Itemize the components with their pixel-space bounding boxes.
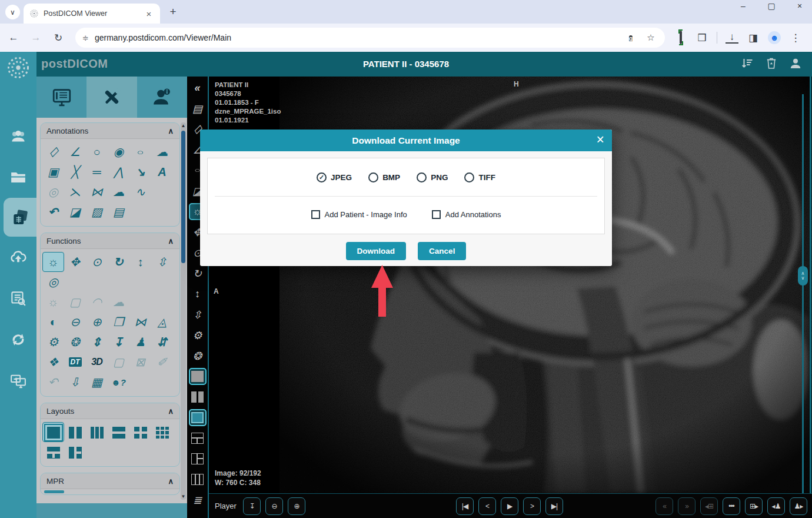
mirror-horizontal-tool[interactable]: ⋈ [129, 312, 151, 332]
closed-freehand-tool[interactable]: ☁ [108, 182, 129, 202]
format-radio[interactable]: TIFF [464, 172, 495, 182]
tab-study[interactable] [36, 77, 86, 118]
option-checkbox[interactable]: Add Annotations [432, 210, 501, 219]
panel-scrollbar[interactable]: ▲ ▼ [181, 122, 186, 500]
address-bar[interactable]: ≑ germany.postdicom.com/Viewer/Main g ☆ [75, 28, 665, 48]
bookmark-star-icon[interactable]: ☆ [644, 32, 658, 43]
account-icon[interactable] [788, 57, 803, 71]
previous-layout-button[interactable]: ◂⊞ [700, 497, 718, 515]
speed-down-button[interactable]: ⊖ [265, 497, 283, 515]
dialog-close-icon[interactable]: × [597, 132, 604, 148]
polyline-tool[interactable]: ⋀ [108, 162, 129, 182]
cross-tool[interactable]: ╳ [64, 162, 86, 182]
option-checkbox[interactable]: Add Patient - Image Info [311, 210, 407, 219]
magnify-tool[interactable]: ⊙ [86, 252, 108, 272]
nav-viewer[interactable] [4, 198, 36, 237]
tab-search-chevron-icon[interactable]: ∨ [5, 5, 20, 19]
strip-stack-scroll[interactable]: ⇳ [189, 306, 207, 323]
branch-angle-tool[interactable]: ⋋ [64, 182, 86, 202]
bone-tool[interactable]: ◠ [86, 292, 108, 312]
save-annotation-tool[interactable]: ▤ [108, 202, 129, 222]
fit-height-tool[interactable]: ⇕ [86, 332, 108, 352]
download-button[interactable]: Download [346, 242, 407, 260]
maximize-button[interactable]: ▢ [764, 1, 779, 11]
point-tool[interactable]: ◎ [42, 182, 64, 202]
next-series-page-button[interactable]: » [678, 497, 695, 515]
minimize-button[interactable]: – [736, 1, 751, 11]
speed-up-button[interactable]: ⊕ [288, 497, 305, 515]
dt-tool[interactable]: DT [64, 352, 86, 372]
pan-tool[interactable]: ✥ [64, 252, 86, 272]
screenshot-icon[interactable] [680, 31, 682, 44]
image-scroll-thumb[interactable]: ∧∨ [798, 266, 808, 285]
nav-share-screen[interactable] [0, 360, 36, 401]
probe-tool[interactable]: ✐ [151, 352, 173, 372]
text-tool[interactable]: A [151, 162, 173, 182]
erase-tool[interactable]: ◪ [64, 202, 86, 222]
site-settings-icon[interactable]: ≑ [82, 34, 89, 42]
strip-series-list[interactable]: ≣ [189, 492, 207, 509]
undo-function-tool[interactable]: ↶ [42, 372, 64, 392]
erase-all-tool[interactable]: ▨ [86, 202, 108, 222]
reload-button[interactable]: ↻ [49, 29, 67, 47]
patient-orientation-tool[interactable]: ♟ [129, 332, 151, 352]
panel-scrollbar-thumb[interactable] [181, 131, 185, 263]
format-radio[interactable]: ✓ JPEG [317, 172, 352, 182]
layout-2col[interactable] [64, 422, 86, 442]
translate-icon[interactable]: g [629, 35, 633, 42]
mpr-partial-item[interactable] [44, 490, 64, 493]
format-radio[interactable]: BMP [368, 172, 400, 182]
export-image-tool[interactable]: ⇩ [64, 372, 86, 392]
layout-3x3[interactable] [151, 422, 173, 442]
flip-page-tool[interactable]: ❐ [108, 312, 129, 332]
arrow-tool[interactable]: ↘ [129, 162, 151, 182]
strip-layout-3col[interactable] [189, 471, 207, 488]
undo-annotation-tool[interactable]: ↶ [42, 202, 64, 222]
previous-patient-button[interactable]: ◂♟ [767, 497, 785, 515]
nav-upload[interactable] [0, 237, 36, 278]
strip-mpr[interactable] [189, 409, 207, 426]
stack-scroll-tool[interactable]: ⇳ [151, 252, 173, 272]
roi-freehand-tool[interactable]: ☁ [108, 292, 129, 312]
extensions-icon[interactable]: ❒ [695, 32, 708, 44]
layout-1-left-2-right[interactable] [64, 442, 86, 462]
strip-reset-rotation[interactable]: ⚙ [189, 327, 207, 344]
nav-patients[interactable] [0, 115, 36, 157]
strip-reset-window-level[interactable]: ❂ [189, 347, 207, 364]
cobb-angle-tool[interactable]: ⋈ [86, 182, 108, 202]
layout-2row[interactable] [108, 422, 129, 442]
image-scroll-track[interactable] [802, 94, 804, 493]
rectangle-tool[interactable]: ▣ [42, 162, 64, 182]
strip-layout-1-2-bottom[interactable] [189, 430, 207, 447]
angle-tool[interactable]: ∠ [64, 142, 86, 162]
strip-layout-1-2-right[interactable] [189, 450, 207, 467]
collapse-functions-icon[interactable]: ∧ [168, 237, 174, 245]
menu-kebab-icon[interactable]: ⋮ [789, 32, 802, 44]
collapse-annotations-icon[interactable]: ∧ [168, 127, 174, 135]
tag-tool[interactable]: ❖ [42, 352, 64, 372]
profile-avatar-icon[interactable]: ☻ [768, 31, 781, 44]
url-text[interactable]: germany.postdicom.com/Viewer/Main [95, 33, 618, 42]
close-button[interactable]: × [792, 1, 807, 11]
more-options-button[interactable]: ••• [723, 497, 740, 515]
rotate-tool[interactable]: ↻ [108, 252, 129, 272]
back-button[interactable]: ← [5, 29, 22, 47]
previous-image-button[interactable]: < [478, 497, 496, 515]
new-tab-button[interactable]: + [166, 5, 180, 19]
previous-series-page-button[interactable]: « [655, 497, 673, 515]
spline-tool[interactable]: ∿ [129, 182, 151, 202]
collapse-panel[interactable]: « [189, 79, 207, 97]
next-patient-button[interactable]: ♟▸ [790, 497, 807, 515]
sort-series-icon[interactable] [740, 57, 754, 71]
cancel-button[interactable]: Cancel [418, 242, 466, 260]
layout-1-top-2-bottom[interactable] [42, 442, 64, 462]
strip-scroll[interactable]: ↕ [189, 285, 207, 303]
last-image-button[interactable]: ▶| [545, 497, 563, 515]
invert-tool[interactable]: ◐ [42, 312, 64, 332]
sort-stack-tool[interactable]: ⇵ [151, 332, 173, 352]
side-panel-icon[interactable]: ◨ [747, 32, 760, 44]
three-d-tool[interactable]: 3D [86, 352, 108, 372]
downloads-icon[interactable]: ↓ [726, 32, 738, 44]
zoom-in-tool[interactable]: ⊕ [86, 312, 108, 332]
ellipse-tool[interactable]: ○ [129, 142, 151, 162]
